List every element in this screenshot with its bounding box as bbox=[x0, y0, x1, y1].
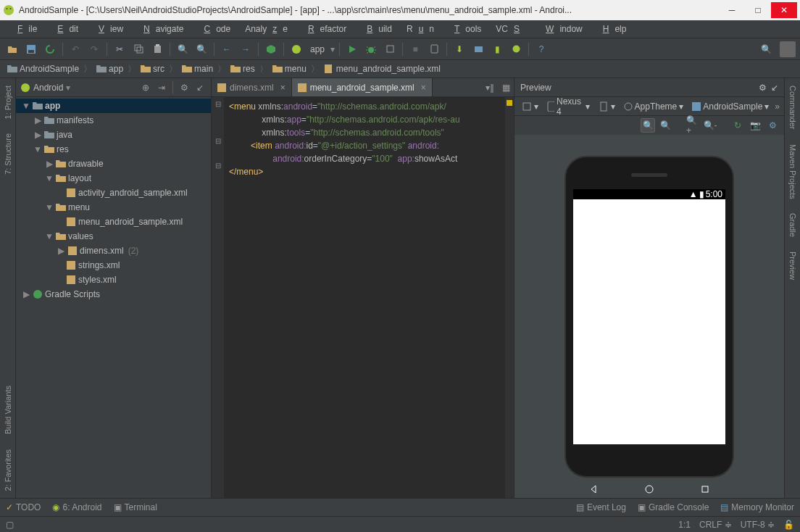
rail-commander[interactable]: Commander bbox=[788, 86, 797, 130]
code-stripe[interactable] bbox=[505, 97, 514, 498]
breadcrumb-item[interactable]: src bbox=[138, 63, 167, 75]
cut-icon[interactable]: ✂ bbox=[112, 41, 128, 57]
toolwin-todo[interactable]: ✓TODO bbox=[6, 502, 41, 512]
tree-node-gradle[interactable]: ▶Gradle Scripts bbox=[16, 287, 211, 302]
menu-file[interactable]: File bbox=[6, 22, 43, 36]
menu-vcs[interactable]: VCS bbox=[490, 22, 531, 36]
fold-icon[interactable]: ⊟ bbox=[213, 137, 223, 146]
tree-node-java[interactable]: ▶java bbox=[16, 128, 211, 142]
debug-icon[interactable] bbox=[363, 41, 379, 57]
toolwin-terminal[interactable]: ▣Terminal bbox=[114, 502, 157, 512]
preview-settings-icon[interactable]: ⚙ bbox=[765, 118, 780, 133]
screenshot-icon[interactable]: 📷 bbox=[748, 118, 762, 133]
breadcrumb-item[interactable]: app bbox=[93, 63, 126, 75]
activity-dropdown[interactable]: AndroidSample▾ bbox=[689, 101, 772, 112]
paste-icon[interactable] bbox=[149, 41, 165, 57]
zoom-out-icon[interactable]: 🔍- bbox=[703, 118, 717, 133]
help-icon[interactable]: ? bbox=[533, 41, 549, 57]
tab-close-icon[interactable]: × bbox=[421, 83, 426, 93]
toolwin-gradle-console[interactable]: ▣Gradle Console bbox=[638, 502, 709, 512]
save-icon[interactable] bbox=[23, 41, 39, 57]
menu-help[interactable]: Help bbox=[591, 22, 633, 36]
settings-icon[interactable]: ⚙ bbox=[178, 81, 191, 94]
rail-preview[interactable]: Preview bbox=[788, 252, 797, 280]
code-text[interactable]: <menu xmlns:android="http://schemas.andr… bbox=[225, 97, 505, 498]
toolwin-android[interactable]: ◉6: Android bbox=[52, 502, 101, 512]
line-separator[interactable]: CRLF ≑ bbox=[699, 520, 732, 530]
tree-node-layout[interactable]: ▼layout bbox=[16, 171, 211, 186]
breadcrumb-item[interactable]: AndroidSample bbox=[4, 63, 82, 75]
encoding[interactable]: UTF-8 ≑ bbox=[741, 520, 775, 530]
refresh-icon[interactable]: ↻ bbox=[730, 118, 745, 133]
back-icon[interactable]: ← bbox=[219, 41, 235, 57]
minimize-button[interactable]: ─ bbox=[719, 2, 745, 18]
menu-refactor[interactable]: Refactor bbox=[296, 22, 352, 36]
warning-marker-icon[interactable] bbox=[507, 100, 512, 106]
rail-gradle[interactable]: Gradle bbox=[788, 213, 797, 237]
run-icon[interactable] bbox=[344, 41, 360, 57]
preview-settings-icon[interactable]: ⚙ bbox=[759, 83, 767, 93]
hide-icon[interactable]: ↙ bbox=[193, 81, 207, 94]
rail-maven[interactable]: Maven Projects bbox=[788, 144, 797, 199]
zoom-in-icon[interactable]: 🔍+ bbox=[686, 118, 700, 133]
fold-icon[interactable]: ⊟ bbox=[213, 100, 223, 109]
project-tree[interactable]: ▼app ▶manifests ▶java ▼res ▶drawable ▼la… bbox=[16, 97, 211, 498]
stop-icon[interactable]: ■ bbox=[407, 41, 423, 57]
find-icon[interactable]: 🔍 bbox=[175, 41, 191, 57]
forward-icon[interactable]: → bbox=[238, 41, 254, 57]
menu-window[interactable]: Window bbox=[534, 22, 588, 36]
tabs-split-icon[interactable]: ▾‖ bbox=[482, 78, 498, 96]
tab-menu-xml[interactable]: menu_android_sample.xml× bbox=[292, 78, 433, 96]
device-canvas[interactable]: ▲ ▮ 5:00 bbox=[514, 135, 784, 498]
rail-build-variants[interactable]: Build Variants bbox=[4, 386, 12, 434]
runconfig-dropdown-icon[interactable]: ▾ bbox=[330, 44, 335, 54]
copy-icon[interactable] bbox=[130, 41, 146, 57]
caret-position[interactable]: 1:1 bbox=[678, 520, 691, 530]
user-avatar[interactable] bbox=[780, 41, 796, 57]
avd-icon[interactable] bbox=[426, 41, 442, 57]
menu-code[interactable]: Code bbox=[192, 22, 236, 36]
menu-view[interactable]: View bbox=[87, 22, 129, 36]
device-dropdown[interactable]: Nexus 4▾ bbox=[544, 96, 593, 117]
make-icon[interactable] bbox=[263, 41, 279, 57]
breadcrumb-item[interactable]: main bbox=[179, 63, 216, 75]
toolwin-memory[interactable]: ▤Memory Monitor bbox=[720, 502, 794, 512]
menu-edit[interactable]: Edit bbox=[46, 22, 84, 36]
project-scope-dropdown[interactable]: Android ▾ bbox=[20, 83, 136, 93]
menu-navigate[interactable]: Navigate bbox=[132, 22, 189, 36]
redo-icon[interactable]: ↷ bbox=[86, 41, 102, 57]
tab-close-icon[interactable]: × bbox=[280, 83, 286, 93]
menu-tools[interactable]: Tools bbox=[443, 22, 487, 36]
tree-node-res[interactable]: ▼res bbox=[16, 142, 211, 157]
code-area[interactable]: ⊟ ⊟ ⊟ <menu xmlns:android="http://schema… bbox=[212, 97, 514, 498]
tabs-dropdown-icon[interactable]: ▦ bbox=[498, 78, 514, 96]
breadcrumb-item[interactable]: menu_android_sample.xml bbox=[321, 63, 443, 75]
orientation-icon[interactable]: ▾ bbox=[596, 101, 618, 112]
tree-node-manifests[interactable]: ▶manifests bbox=[16, 113, 211, 128]
menu-run[interactable]: Run bbox=[401, 22, 440, 36]
replace-icon[interactable]: 🔍 bbox=[193, 41, 209, 57]
attach-icon[interactable] bbox=[382, 41, 398, 57]
sync-icon[interactable] bbox=[42, 41, 58, 57]
menu-build[interactable]: Build bbox=[355, 22, 398, 36]
search-icon[interactable]: 🔍 bbox=[758, 41, 774, 57]
tab-dimens[interactable]: dimens.xml× bbox=[212, 78, 292, 96]
scroll-from-source-icon[interactable]: ⊕ bbox=[139, 81, 152, 94]
tree-node-menu-xml[interactable]: menu_android_sample.xml bbox=[16, 215, 211, 229]
ddms-icon[interactable]: ▮ bbox=[489, 41, 505, 57]
rail-favorites[interactable]: 2: Favorites bbox=[4, 449, 12, 491]
open-icon[interactable] bbox=[4, 41, 20, 57]
sdkmgr-icon[interactable] bbox=[470, 41, 486, 57]
tree-node-menu[interactable]: ▼menu bbox=[16, 200, 211, 215]
rail-project[interactable]: 1: Project bbox=[4, 86, 12, 119]
collapse-all-icon[interactable]: ⇥ bbox=[155, 81, 168, 94]
render-config-icon[interactable]: ▾ bbox=[519, 101, 541, 112]
breadcrumb-item[interactable]: res bbox=[228, 63, 258, 75]
toolwindows-toggle-icon[interactable]: ▢ bbox=[6, 520, 14, 530]
theme-dropdown[interactable]: AppTheme▾ bbox=[621, 101, 687, 112]
tree-node-styles[interactable]: styles.xml bbox=[16, 273, 211, 287]
sdk-icon[interactable]: ⬇ bbox=[451, 41, 467, 57]
tree-node-dimens[interactable]: ▶dimens.xml(2) bbox=[16, 244, 211, 258]
zoom-actual-icon[interactable]: 🔍 bbox=[658, 118, 672, 133]
android-icon[interactable] bbox=[508, 41, 524, 57]
